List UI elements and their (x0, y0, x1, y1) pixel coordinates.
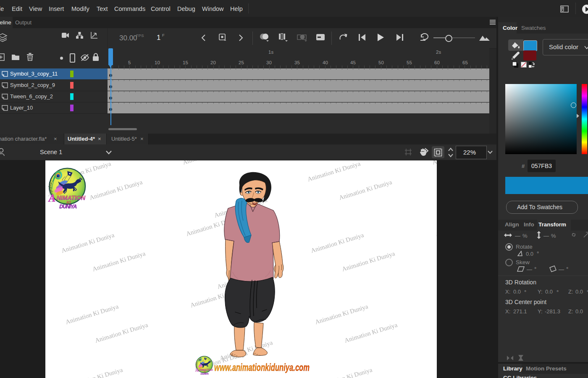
svg-text:www.animationkiduniya.com: www.animationkiduniya.com (214, 362, 310, 373)
